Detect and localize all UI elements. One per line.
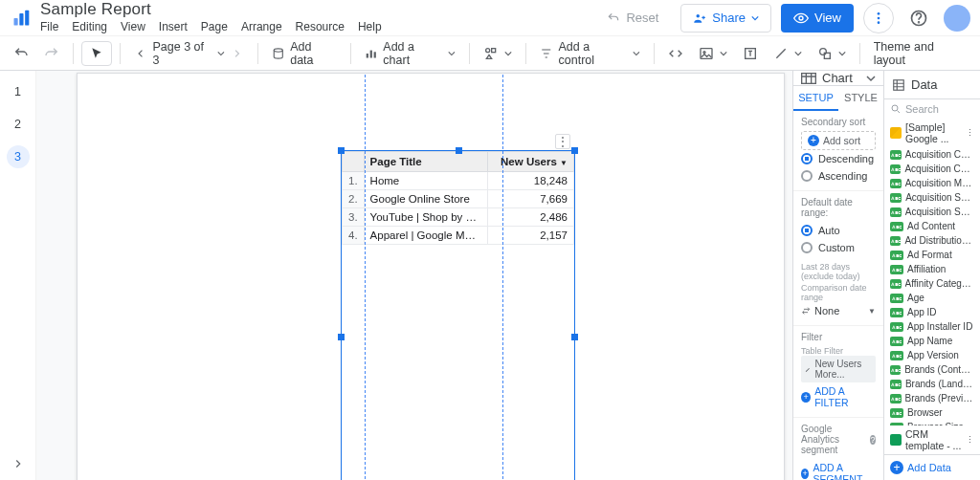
- shape-button[interactable]: [812, 41, 852, 66]
- svg-point-5: [878, 12, 880, 15]
- tab-style[interactable]: STYLE: [838, 86, 883, 111]
- dimension-field[interactable]: ᴀʙᴄAcquisition Source: [884, 190, 980, 205]
- col-value[interactable]: New Users ▼: [488, 152, 574, 172]
- filter-label: Filter: [801, 332, 876, 342]
- redo-button[interactable]: [38, 41, 65, 66]
- page-nav[interactable]: Page 3 of 3: [128, 41, 250, 66]
- dimension-field[interactable]: ᴀʙᴄApp Name: [884, 334, 980, 348]
- dimension-field[interactable]: ᴀʙᴄApp Installer ID: [884, 319, 980, 334]
- table-row[interactable]: 4.Apparel | Google Merchandis...2,157: [343, 227, 574, 245]
- table-row[interactable]: 2.Google Online Store7,669: [343, 190, 574, 208]
- help-button[interactable]: [903, 3, 934, 33]
- rail-expand-button[interactable]: [11, 457, 25, 470]
- dimension-field[interactable]: ᴀʙᴄApp ID: [884, 305, 980, 319]
- url-embed-button[interactable]: [662, 41, 689, 66]
- share-button[interactable]: Share: [680, 4, 771, 33]
- svg-point-3: [697, 13, 701, 16]
- field-search[interactable]: Search: [890, 103, 974, 115]
- menu-file[interactable]: File: [40, 20, 58, 33]
- dimension-field[interactable]: ᴀʙᴄApp Version: [884, 348, 980, 362]
- abc-icon: ᴀʙᴄ: [890, 279, 902, 289]
- ga-segment-label: Google Analytics segment: [801, 424, 867, 455]
- dimension-field[interactable]: ᴀʙᴄAd Distribution Ne...: [884, 233, 980, 248]
- shapes-icon: [483, 46, 499, 61]
- sort-ascending-radio[interactable]: Ascending: [801, 167, 876, 185]
- dimension-field[interactable]: ᴀʙᴄAge: [884, 291, 980, 305]
- dimension-field[interactable]: ᴀʙᴄAffinity Category (...: [884, 276, 980, 291]
- filter-chip[interactable]: New Users More...: [801, 356, 876, 382]
- date-range-label: Default date range:: [801, 197, 876, 218]
- element-more-button[interactable]: ⋮: [555, 134, 570, 149]
- help-icon[interactable]: ?: [870, 435, 876, 445]
- line-icon: [773, 46, 789, 61]
- theme-layout-button[interactable]: Theme and layout: [868, 41, 972, 66]
- ga-icon: [890, 127, 902, 139]
- dimension-field[interactable]: ᴀʙᴄAd Content: [884, 219, 980, 233]
- table-row[interactable]: 1.Home18,248: [343, 172, 574, 190]
- chevron-down-icon[interactable]: [866, 74, 876, 83]
- dimension-field[interactable]: ᴀʙᴄBrands (Landing ...: [884, 377, 980, 391]
- add-segment-button[interactable]: +ADD A SEGMENT: [801, 459, 876, 480]
- menu-arrange[interactable]: Arrange: [241, 20, 282, 33]
- panel-title: Chart: [822, 71, 853, 85]
- date-auto-radio[interactable]: Auto: [801, 222, 876, 239]
- secondary-sort-label: Secondary sort: [801, 117, 876, 127]
- selection-tool[interactable]: [81, 41, 112, 66]
- svg-rect-1: [19, 13, 23, 26]
- add-control-button[interactable]: Add a control: [534, 41, 646, 66]
- chevron-down-icon: [504, 50, 512, 57]
- more-options-button[interactable]: [863, 3, 894, 33]
- add-chart-button[interactable]: Add a chart: [359, 41, 461, 66]
- col-idx[interactable]: [343, 152, 365, 172]
- swap-icon: [801, 306, 811, 316]
- dimension-field[interactable]: ᴀʙᴄBrands (Content G...: [884, 362, 980, 377]
- dimension-field[interactable]: ᴀʙᴄAd Format: [884, 248, 980, 262]
- svg-rect-0: [14, 18, 18, 26]
- menu-view[interactable]: View: [121, 20, 145, 33]
- undo-icon: [607, 11, 620, 25]
- undo-button[interactable]: [8, 41, 34, 66]
- sort-descending-radio[interactable]: Descending: [801, 150, 876, 167]
- account-avatar[interactable]: [944, 5, 970, 32]
- menu-page[interactable]: Page: [201, 20, 228, 33]
- eye-icon: [793, 11, 809, 26]
- add-data-source-button[interactable]: + Add Data: [884, 454, 980, 480]
- text-button[interactable]: [737, 41, 764, 66]
- dimension-field[interactable]: ᴀʙᴄAcquisition Sourc...: [884, 205, 980, 219]
- reset-button[interactable]: Reset: [594, 4, 671, 33]
- dimension-field[interactable]: ᴀʙᴄBrands (Previous ...: [884, 391, 980, 405]
- dimension-field[interactable]: ᴀʙᴄAcquisition Chann...: [884, 162, 980, 176]
- table-row[interactable]: 3.YouTube | Shop by Brand | G...2,486: [343, 208, 574, 227]
- data-source-crm[interactable]: CRM template - ... ⋮: [884, 425, 980, 454]
- community-viz-button[interactable]: [478, 41, 518, 66]
- add-sort-button[interactable]: +Add sort: [801, 131, 876, 150]
- menu-editing[interactable]: Editing: [72, 20, 107, 33]
- menu-resource[interactable]: Resource: [296, 20, 345, 33]
- dimension-field[interactable]: ᴀʙᴄBrowser: [884, 405, 980, 420]
- page-thumb-3[interactable]: 3: [7, 145, 30, 168]
- tab-setup[interactable]: SETUP: [793, 86, 838, 111]
- chart-properties-panel: Chart SETUP STYLE Secondary sort +Add so…: [793, 71, 884, 480]
- image-button[interactable]: [693, 41, 733, 66]
- dimension-field[interactable]: ᴀʙᴄAcquisition Mediu...: [884, 176, 980, 190]
- selected-chart-table[interactable]: ⋮ Page Title New Users ▼ 1.Home18,2482.G…: [341, 150, 575, 480]
- document-title[interactable]: Sample Report: [40, 0, 382, 19]
- dimension-field[interactable]: ᴀʙᴄAcquisition Camp...: [884, 147, 980, 162]
- view-button[interactable]: View: [781, 4, 854, 33]
- report-canvas[interactable]: ⋮ Page Title New Users ▼ 1.Home18,2482.G…: [77, 73, 785, 480]
- add-filter-button[interactable]: +ADD A FILTER: [801, 382, 876, 411]
- abc-icon: ᴀʙᴄ: [890, 164, 901, 174]
- line-button[interactable]: [768, 41, 808, 66]
- page-thumb-1[interactable]: 1: [7, 80, 30, 103]
- col-title[interactable]: Page Title: [364, 152, 488, 172]
- date-range-value: Last 28 days (exclude today): [801, 262, 876, 281]
- add-data-button[interactable]: Add data: [266, 41, 343, 66]
- person-plus-icon: [693, 11, 706, 25]
- menu-insert[interactable]: Insert: [159, 20, 188, 33]
- menu-help[interactable]: Help: [358, 20, 382, 33]
- dimension-field[interactable]: ᴀʙᴄAffiliation: [884, 262, 980, 276]
- data-source-sample-ga[interactable]: [Sample] Google ... ⋮: [884, 119, 980, 147]
- compare-none-select[interactable]: None ▼: [801, 302, 876, 319]
- date-custom-radio[interactable]: Custom: [801, 239, 876, 256]
- page-thumb-2[interactable]: 2: [7, 113, 30, 136]
